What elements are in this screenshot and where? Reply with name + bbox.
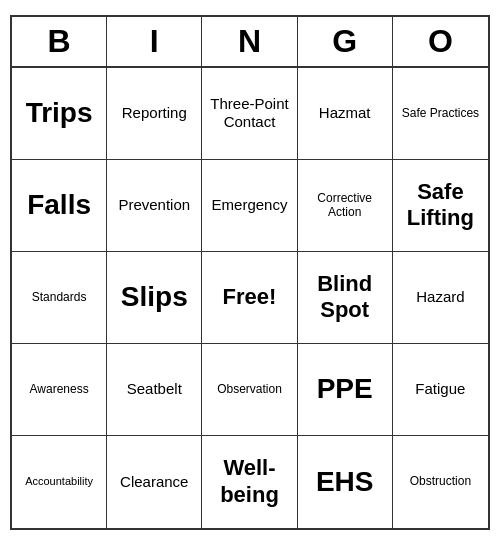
cell-text: Blind Spot xyxy=(302,271,388,324)
bingo-cell: Falls xyxy=(12,160,107,252)
bingo-cell: Hazard xyxy=(393,252,488,344)
bingo-cell: Accountability xyxy=(12,436,107,528)
cell-text: Fatigue xyxy=(415,380,465,398)
bingo-header: BINGO xyxy=(12,17,488,68)
bingo-cell: Three-Point Contact xyxy=(202,68,297,160)
bingo-cell: Reporting xyxy=(107,68,202,160)
cell-text: Hazmat xyxy=(319,104,371,122)
cell-text: Safe Lifting xyxy=(397,179,484,232)
header-letter: B xyxy=(12,17,107,66)
bingo-cell: Safe Practices xyxy=(393,68,488,160)
cell-text: Slips xyxy=(121,280,188,314)
cell-text: PPE xyxy=(317,372,373,406)
bingo-cell: Clearance xyxy=(107,436,202,528)
cell-text: Trips xyxy=(26,96,93,130)
bingo-card: BINGO TripsReportingThree-Point ContactH… xyxy=(10,15,490,530)
cell-text: Prevention xyxy=(118,196,190,214)
header-letter: N xyxy=(202,17,297,66)
bingo-cell: Prevention xyxy=(107,160,202,252)
cell-text: EHS xyxy=(316,465,374,499)
bingo-cell: Well-being xyxy=(202,436,297,528)
cell-text: Corrective Action xyxy=(302,191,388,220)
bingo-cell: Corrective Action xyxy=(298,160,393,252)
cell-text: Observation xyxy=(217,382,282,396)
cell-text: Awareness xyxy=(30,382,89,396)
cell-text: Well-being xyxy=(206,455,292,508)
header-letter: I xyxy=(107,17,202,66)
bingo-cell: Seatbelt xyxy=(107,344,202,436)
bingo-cell: Observation xyxy=(202,344,297,436)
bingo-cell: Trips xyxy=(12,68,107,160)
bingo-cell: Emergency xyxy=(202,160,297,252)
cell-text: Free! xyxy=(223,284,277,310)
cell-text: Seatbelt xyxy=(127,380,182,398)
bingo-cell: EHS xyxy=(298,436,393,528)
cell-text: Safe Practices xyxy=(402,106,479,120)
cell-text: Three-Point Contact xyxy=(206,95,292,131)
bingo-cell: Free! xyxy=(202,252,297,344)
bingo-cell: Blind Spot xyxy=(298,252,393,344)
bingo-cell: Standards xyxy=(12,252,107,344)
cell-text: Clearance xyxy=(120,473,188,491)
bingo-cell: Awareness xyxy=(12,344,107,436)
bingo-cell: Slips xyxy=(107,252,202,344)
cell-text: Reporting xyxy=(122,104,187,122)
bingo-cell: Safe Lifting xyxy=(393,160,488,252)
bingo-cell: PPE xyxy=(298,344,393,436)
cell-text: Accountability xyxy=(25,475,93,488)
bingo-grid: TripsReportingThree-Point ContactHazmatS… xyxy=(12,68,488,528)
cell-text: Obstruction xyxy=(410,474,471,488)
header-letter: O xyxy=(393,17,488,66)
cell-text: Falls xyxy=(27,188,91,222)
cell-text: Hazard xyxy=(416,288,464,306)
cell-text: Emergency xyxy=(212,196,288,214)
header-letter: G xyxy=(298,17,393,66)
bingo-cell: Fatigue xyxy=(393,344,488,436)
cell-text: Standards xyxy=(32,290,87,304)
bingo-cell: Obstruction xyxy=(393,436,488,528)
bingo-cell: Hazmat xyxy=(298,68,393,160)
